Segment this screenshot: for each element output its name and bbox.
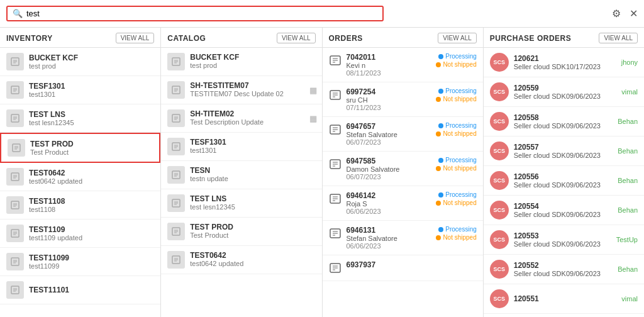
inventory-item-name: TEST PROD — [30, 140, 74, 148]
catalog-item-name: TEST PROD — [190, 223, 233, 231]
po-id: 120551 — [514, 294, 617, 303]
inventory-item[interactable]: TEST1109 test1109 updated — [0, 220, 160, 248]
catalog-item[interactable]: TEST0642 test0642 updated — [161, 246, 321, 274]
order-id: 6997254 — [347, 87, 433, 96]
inventory-item-icon — [6, 253, 24, 270]
catalog-item[interactable]: SH-TITEM02 Test Description Update ▦ — [161, 104, 321, 133]
inventory-item-sub: Test Product — [30, 148, 74, 156]
copy-icon: ▦ — [309, 114, 317, 123]
po-item[interactable]: SCS 120558 Seller cloud SDK09/06/2023 Be… — [484, 107, 644, 136]
po-item[interactable]: SCS 120556 Seller cloud SDK09/06/2023 Be… — [484, 166, 644, 196]
po-user: Behan — [618, 147, 638, 155]
order-icon — [329, 54, 343, 68]
catalog-header: CATALOG VIEW ALL — [161, 28, 321, 48]
order-info: 6997254 sru CH 07/11/2023 — [347, 87, 433, 111]
close-button[interactable]: ✕ — [630, 8, 638, 19]
inventory-item[interactable]: TEST0642 test0642 updated — [0, 163, 160, 191]
order-statuses: Processing Not shipped — [436, 226, 476, 241]
po-avatar: SCS — [490, 289, 509, 308]
order-date: 08/11/2023 — [347, 69, 433, 77]
inventory-item-info: TESF1301 test1301 — [29, 82, 65, 98]
po-item[interactable]: SCS 120552 Seller cloud SDK09/06/2023 Be… — [484, 255, 644, 284]
shipping-dot — [436, 62, 441, 67]
inventory-item[interactable]: TESF1301 test1301 — [0, 76, 160, 104]
inventory-item-info: TEST11099 test11099 — [29, 253, 69, 270]
inventory-item[interactable]: TEST11101 — [0, 276, 160, 304]
orders-view-all[interactable]: VIEW ALL — [438, 33, 477, 43]
inventory-item-name: TEST11101 — [29, 286, 69, 294]
inventory-item-sub: test lesn12345 — [29, 119, 74, 126]
inventory-item[interactable]: BUCKET KCF test prod — [0, 48, 160, 76]
catalog-title: CATALOG — [167, 34, 206, 43]
settings-button[interactable]: ⚙ — [612, 8, 621, 19]
processing-dot — [438, 54, 443, 59]
search-input[interactable] — [26, 9, 377, 18]
inventory-header: INVENTORY VIEW ALL — [0, 28, 160, 48]
shipping-label: Not shipped — [443, 165, 476, 172]
po-item[interactable]: SCS 120551 vimal — [484, 284, 644, 314]
catalog-item[interactable]: TEST PROD Test Product — [161, 218, 321, 246]
inventory-item-name: TEST1108 — [29, 197, 65, 206]
order-item[interactable]: 6947585 Damon Salvatore 06/07/2023 Proce… — [323, 152, 483, 186]
catalog-item-sub: test prod — [190, 62, 239, 69]
po-item[interactable]: SCS 120557 Seller cloud SDK09/06/2023 Be… — [484, 136, 644, 166]
po-info: 120551 — [514, 294, 617, 303]
order-item[interactable]: 6946142 Roja S 06/06/2023 Processing Not… — [323, 186, 483, 221]
inventory-item[interactable]: TEST11099 test11099 — [0, 248, 160, 276]
catalog-item-sub: test lesn12345 — [190, 203, 235, 211]
order-id: 6937937 — [347, 260, 477, 269]
inventory-title: INVENTORY — [6, 34, 53, 43]
catalog-view-all[interactable]: VIEW ALL — [277, 33, 316, 43]
order-item[interactable]: 6937937 — [323, 255, 483, 281]
catalog-item[interactable]: TESF1301 test1301 — [161, 133, 321, 161]
processing-status: Processing — [438, 53, 476, 60]
po-title: PURCHASE ORDERS — [490, 34, 572, 43]
po-id: 120559 — [514, 84, 617, 92]
catalog-item[interactable]: TEST LNS test lesn12345 — [161, 189, 321, 218]
inventory-item[interactable]: TEST1108 test1108 — [0, 191, 160, 220]
po-info: 120553 Seller cloud SDK09/06/2023 — [514, 231, 611, 248]
order-item[interactable]: 6946131 Stefan Salvatore 06/06/2023 Proc… — [323, 221, 483, 255]
po-info: 120554 Seller cloud SDK09/06/2023 — [514, 202, 613, 218]
order-statuses: Processing Not shipped — [436, 157, 476, 172]
processing-label: Processing — [445, 53, 476, 60]
inventory-item-name: TEST0642 — [29, 169, 82, 177]
po-avatar: SCS — [490, 230, 509, 249]
catalog-item[interactable]: TESN testn update — [161, 161, 321, 189]
inventory-item-icon — [6, 53, 24, 70]
catalog-item-name: TESN — [190, 166, 228, 175]
catalog-item-info: SH-TESTITEM07 TESTITEM07 Desc Update 02 — [190, 81, 284, 97]
shipping-status: Not shipped — [436, 234, 476, 241]
shipping-dot — [436, 131, 441, 136]
order-item[interactable]: 6947657 Stefan Salvatore 06/07/2023 Proc… — [323, 117, 483, 152]
catalog-item-icon — [167, 166, 185, 184]
order-item[interactable]: 6997254 sru CH 07/11/2023 Processing Not… — [323, 82, 483, 117]
po-item[interactable]: SCS 120559 Seller cloud SDK09/06/2023 vi… — [484, 77, 644, 107]
order-date: 07/11/2023 — [347, 104, 433, 111]
inventory-list: BUCKET KCF test prod TESF1301 test1301 T… — [0, 48, 160, 304]
po-desc: Seller cloud SDK09/06/2023 — [514, 122, 613, 130]
po-view-all[interactable]: VIEW ALL — [599, 33, 638, 43]
po-item[interactable]: SCS 120554 Seller cloud SDK09/06/2023 Be… — [484, 196, 644, 225]
po-header: PURCHASE ORDERS VIEW ALL — [484, 28, 644, 48]
catalog-item-icon — [167, 251, 185, 269]
po-item[interactable]: SCS 120553 Seller cloud SDK09/06/2023 Te… — [484, 225, 644, 255]
catalog-item-sub: Test Product — [190, 231, 233, 239]
inventory-item[interactable]: TEST PROD Test Product — [0, 133, 160, 163]
catalog-item[interactable]: SH-TESTITEM07 TESTITEM07 Desc Update 02 … — [161, 76, 321, 104]
po-item[interactable]: SCS 120621 Seller cloud SDK10/17/2023 jh… — [484, 48, 644, 77]
order-item[interactable]: 7042011 Kevi n 08/11/2023 Processing Not… — [323, 48, 483, 82]
inventory-item-sub: test1109 updated — [29, 234, 82, 242]
shipping-status: Not shipped — [436, 199, 476, 206]
catalog-item[interactable]: BUCKET KCF test prod — [161, 48, 321, 76]
po-info: 120556 Seller cloud SDK09/06/2023 — [514, 172, 613, 189]
processing-status: Processing — [438, 122, 476, 129]
orders-list: 7042011 Kevi n 08/11/2023 Processing Not… — [323, 48, 483, 281]
inventory-item[interactable]: TEST LNS test lesn12345 — [0, 104, 160, 133]
processing-dot — [438, 192, 443, 197]
inventory-view-all[interactable]: VIEW ALL — [116, 33, 155, 43]
po-id: 120552 — [514, 261, 613, 270]
catalog-item-sub: testn update — [190, 175, 228, 182]
inventory-item-icon — [6, 225, 24, 242]
shipping-dot — [436, 235, 441, 240]
